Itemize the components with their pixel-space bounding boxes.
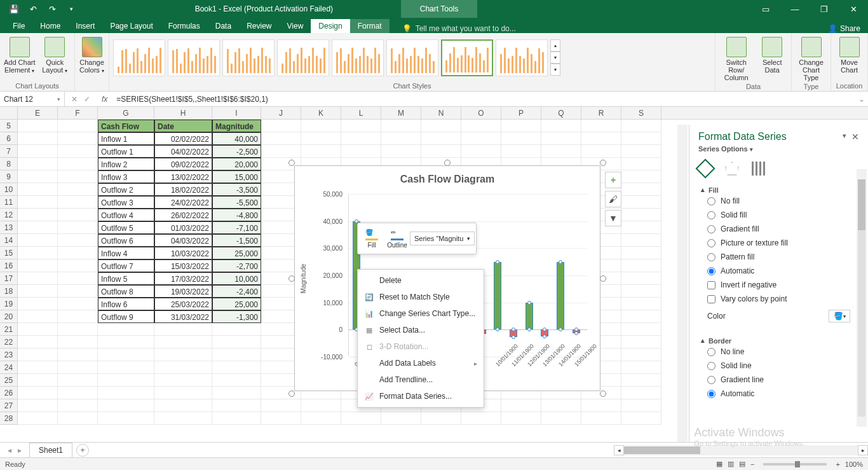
col-header-F[interactable]: F <box>58 107 98 119</box>
opt-pattern-fill[interactable]: Pattern fill <box>701 250 857 264</box>
collapse-border-icon[interactable]: ▴ <box>701 336 705 345</box>
row-header[interactable]: 12 <box>0 209 18 221</box>
hscroll-left-icon[interactable]: ◂ <box>614 445 624 455</box>
chart-style-thumb[interactable] <box>496 39 548 76</box>
tab-format[interactable]: Format <box>350 19 390 33</box>
chart-styles-button[interactable]: 🖌 <box>605 191 621 207</box>
chart-style-thumb[interactable] <box>441 39 493 76</box>
row-header[interactable]: 24 <box>0 361 18 374</box>
page-layout-view-icon[interactable]: ▥ <box>728 460 734 468</box>
ribbon-options-icon[interactable]: ▭ <box>751 0 780 18</box>
col-header-H[interactable]: H <box>154 107 212 119</box>
tab-view[interactable]: View <box>280 19 311 33</box>
cancel-formula-icon[interactable]: ✕ <box>71 95 78 104</box>
move-chart-button[interactable]: Move Chart <box>834 34 865 74</box>
col-header-N[interactable]: N <box>421 107 461 119</box>
col-header-O[interactable]: O <box>461 107 501 119</box>
formula-expand-icon[interactable]: ⌄ <box>855 95 868 104</box>
name-box[interactable]: Chart 12 ▾ <box>0 92 65 106</box>
row-header[interactable]: 15 <box>0 247 18 259</box>
col-header-E[interactable]: E <box>18 107 58 119</box>
accept-formula-icon[interactable]: ✓ <box>84 95 90 104</box>
series-options-tab-icon[interactable] <box>752 162 766 176</box>
select-data-button[interactable]: Select Data <box>756 34 789 74</box>
tab-page-layout[interactable]: Page Layout <box>102 19 160 33</box>
add-chart-element-button[interactable]: Add Chart Element ▾ <box>3 34 37 75</box>
formula-input[interactable]: =SERIES(Sheet1!$I$5,,Sheet1!$I$6:$I$20,1… <box>112 95 855 104</box>
fill-line-tab-icon[interactable] <box>695 158 715 178</box>
chart-elements-button[interactable]: + <box>605 172 621 188</box>
mini-outline-button[interactable]: ✏ Outline <box>384 228 410 250</box>
col-header-K[interactable]: K <box>301 107 341 119</box>
series-options-label[interactable]: Series Options <box>698 145 748 153</box>
chart-style-thumb[interactable] <box>332 39 384 76</box>
row-header[interactable]: 9 <box>0 170 18 183</box>
qat-customize-icon[interactable]: ▾ <box>66 4 76 14</box>
tab-home[interactable]: Home <box>32 19 68 33</box>
tab-insert[interactable]: Insert <box>68 19 102 33</box>
ctx-reset-style[interactable]: 🔄Reset to Match Style <box>358 289 484 305</box>
row-header[interactable]: 19 <box>0 298 18 310</box>
opt-solid-line[interactable]: Solid line <box>701 359 857 373</box>
zoom-level[interactable]: 100% <box>845 460 863 468</box>
row-header[interactable]: 16 <box>0 259 18 272</box>
fill-color-picker[interactable]: 🪣▾ <box>829 310 850 322</box>
collapse-fill-icon[interactable]: ▴ <box>701 186 705 194</box>
style-scroll-up[interactable]: ▴ <box>550 39 560 52</box>
zoom-out-icon[interactable]: − <box>750 460 754 468</box>
select-all-corner[interactable] <box>0 107 18 119</box>
col-header-S[interactable]: S <box>621 107 661 119</box>
tab-data[interactable]: Data <box>208 19 239 33</box>
tab-design[interactable]: Design <box>311 19 349 33</box>
mini-series-dropdown[interactable]: Series "Magnitu ▾ <box>410 232 475 245</box>
chart-style-thumb[interactable] <box>386 39 438 76</box>
row-header[interactable]: 7 <box>0 145 18 158</box>
ctx-delete[interactable]: Delete <box>358 272 484 289</box>
row-header[interactable]: 21 <box>0 323 18 336</box>
opt-gradient-line[interactable]: Gradient line <box>701 373 857 387</box>
row-header[interactable]: 8 <box>0 158 18 170</box>
opt-gradient-fill[interactable]: Gradient fill <box>701 222 857 236</box>
tab-formulas[interactable]: Formulas <box>161 19 208 33</box>
row-header[interactable]: 6 <box>0 132 18 145</box>
opt-picture-fill[interactable]: Picture or texture fill <box>701 236 857 250</box>
row-header[interactable]: 17 <box>0 272 18 285</box>
hscroll-right-icon[interactable]: ▸ <box>858 445 868 455</box>
sheet-nav-next-icon[interactable]: ▸ <box>18 446 22 455</box>
row-header[interactable]: 28 <box>0 412 18 425</box>
ctx-select-data[interactable]: ▦Select Data... <box>358 322 484 338</box>
col-header-L[interactable]: L <box>341 107 381 119</box>
sheet-nav-prev-icon[interactable]: ◂ <box>8 446 11 455</box>
opt-solid-fill[interactable]: Solid fill <box>701 208 857 222</box>
chart-style-thumb[interactable] <box>113 39 165 76</box>
redo-icon[interactable]: ↷ <box>47 4 57 14</box>
style-expand[interactable]: ▾ <box>550 64 560 76</box>
hscroll-track[interactable] <box>624 445 858 455</box>
col-header-P[interactable]: P <box>501 107 541 119</box>
save-icon[interactable]: 💾 <box>9 4 19 14</box>
row-header[interactable]: 27 <box>0 399 18 412</box>
sheet-tab-sheet1[interactable]: Sheet1 <box>29 443 72 457</box>
change-chart-type-button[interactable]: Change Chart Type <box>794 34 828 81</box>
ctx-add-trendline[interactable]: Add Trendline... <box>358 371 484 388</box>
chart-filters-button[interactable]: ▼ <box>605 210 621 226</box>
name-box-dropdown-icon[interactable]: ▾ <box>57 96 60 102</box>
row-header[interactable]: 20 <box>0 310 18 323</box>
page-break-view-icon[interactable]: ▤ <box>739 460 745 468</box>
chart-style-thumb[interactable] <box>277 39 329 76</box>
zoom-in-icon[interactable]: + <box>836 460 839 468</box>
col-header-I[interactable]: I <box>212 107 261 119</box>
ctx-format-data-series[interactable]: 📈Format Data Series... <box>358 388 484 404</box>
row-header[interactable]: 22 <box>0 336 18 349</box>
row-header[interactable]: 14 <box>0 234 18 247</box>
chart-style-thumb[interactable] <box>168 39 220 76</box>
row-header[interactable]: 10 <box>0 183 18 196</box>
row-header[interactable]: 11 <box>0 196 18 209</box>
row-header[interactable]: 25 <box>0 374 18 387</box>
tab-file[interactable]: File <box>5 19 32 33</box>
opt-vary-colors[interactable]: Vary colors by point <box>701 292 857 306</box>
opt-automatic-fill[interactable]: Automatic <box>701 264 857 278</box>
effects-tab-icon[interactable] <box>725 162 739 176</box>
share-button[interactable]: 👤 Share <box>828 24 860 33</box>
switch-row-column-button[interactable]: Switch Row/ Column <box>718 34 754 81</box>
